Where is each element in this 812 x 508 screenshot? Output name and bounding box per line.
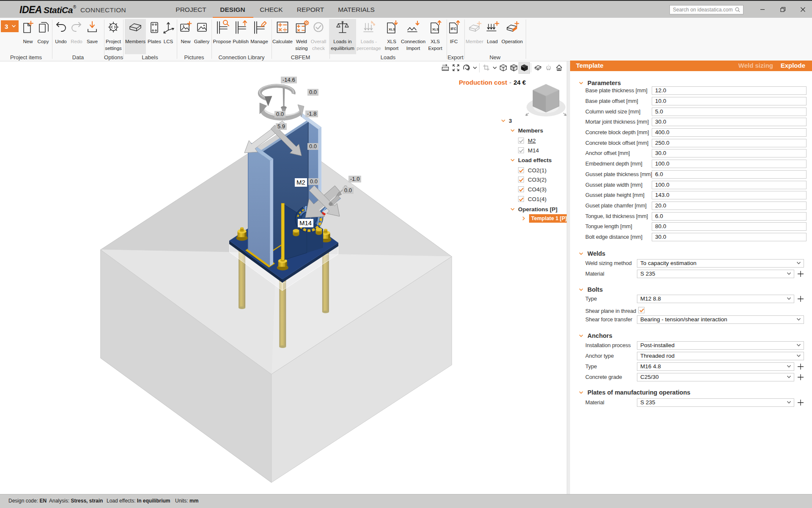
- value-input[interactable]: 100.0: [652, 160, 807, 168]
- tree-group-load-effects[interactable]: Load effects: [510, 155, 552, 165]
- explode-action[interactable]: Explode: [781, 62, 805, 69]
- ribbon-button-loads---percentage[interactable]: Loads - percentage: [354, 19, 384, 54]
- ribbon-button-copy[interactable]: Copy: [34, 19, 52, 54]
- ribbon-button-calculate[interactable]: Calculate: [270, 19, 295, 54]
- tree-item-co-label[interactable]: CO4(3): [528, 186, 546, 193]
- value-input[interactable]: 6.0: [652, 212, 807, 221]
- ribbon-button-operation[interactable]: Operation: [499, 19, 525, 54]
- tree-group-members[interactable]: Members: [510, 126, 543, 135]
- tree-item-m2-label[interactable]: M2: [528, 138, 536, 144]
- ribbon-button-loads-in-equilibrium[interactable]: Loads in equilibrium: [329, 19, 356, 54]
- chevron-down-icon[interactable]: [501, 118, 506, 123]
- menu-tab-check[interactable]: CHECK: [259, 1, 283, 19]
- ribbon-button-overall-check[interactable]: Overall check: [307, 19, 329, 54]
- ribbon-button-lcs[interactable]: LCS: [161, 19, 176, 54]
- panel-section-header[interactable]: Parameters: [579, 79, 621, 87]
- checkbox-checked-disabled[interactable]: [518, 147, 524, 153]
- scene-selector[interactable]: 3: [1, 20, 19, 32]
- mirror-view-icon[interactable]: [543, 63, 554, 73]
- checkbox-checked-disabled[interactable]: [518, 138, 524, 144]
- ribbon-button-project-settings[interactable]: Project settings: [101, 19, 126, 54]
- tree-item-load-0[interactable]: CO2(1): [518, 166, 546, 175]
- chevron-down-icon[interactable]: [491, 63, 498, 73]
- add-item-button[interactable]: [797, 295, 804, 302]
- minimize-button[interactable]: [754, 2, 771, 17]
- dropdown[interactable]: S 235: [637, 398, 794, 407]
- dropdown[interactable]: To capacity estimation: [637, 259, 804, 268]
- ribbon-button-redo[interactable]: Redo: [68, 19, 85, 54]
- ribbon-button-gallery[interactable]: Gallery: [191, 19, 212, 54]
- dropdown[interactable]: Bearing - tension/shear interaction: [637, 315, 804, 324]
- weld-sizing-action[interactable]: Weld sizing: [738, 62, 773, 69]
- menu-tab-design[interactable]: DESIGN: [218, 1, 247, 19]
- chevron-down-icon[interactable]: [472, 63, 478, 73]
- value-input[interactable]: 20.0: [652, 202, 807, 210]
- value-input[interactable]: 5.0: [652, 108, 807, 116]
- value-input[interactable]: 100.0: [652, 181, 807, 189]
- ribbon-button-load[interactable]: Load: [484, 19, 500, 54]
- value-input[interactable]: 6.0: [652, 170, 807, 179]
- tree-item-load-3[interactable]: CO1(4): [518, 194, 546, 204]
- dropdown[interactable]: S 235: [637, 270, 794, 278]
- view-solid-icon[interactable]: [519, 63, 529, 73]
- tree-item-m14-label[interactable]: M14: [528, 147, 539, 154]
- value-input[interactable]: 143.0: [652, 191, 807, 199]
- ribbon-button-member[interactable]: Member: [464, 19, 485, 54]
- checkbox-checked[interactable]: [518, 186, 524, 192]
- chevron-right-icon[interactable]: [521, 216, 526, 221]
- navigation-cube[interactable]: [524, 82, 567, 122]
- menu-tab-report[interactable]: REPORT: [296, 1, 324, 19]
- ribbon-button-ifc[interactable]: IFC IFC: [447, 19, 461, 54]
- value-input[interactable]: 10.0: [652, 97, 807, 105]
- tree-item-load-1[interactable]: CO3(2): [518, 175, 546, 184]
- measure-icon[interactable]: [440, 63, 450, 73]
- ribbon-button-undo[interactable]: Undo: [52, 19, 70, 54]
- tree-item-root[interactable]: 3: [501, 116, 512, 125]
- checkbox-checked[interactable]: [518, 196, 524, 202]
- menu-tab-materials[interactable]: MATERIALS: [336, 1, 376, 19]
- add-item-button[interactable]: [797, 374, 804, 381]
- panel-splitter[interactable]: [567, 61, 570, 494]
- checkbox-checked[interactable]: [518, 177, 524, 182]
- value-input[interactable]: 80.0: [652, 222, 807, 231]
- dropdown[interactable]: M12 8.8: [637, 295, 794, 303]
- view-wireframe-icon[interactable]: [498, 63, 508, 73]
- chevron-down-icon[interactable]: [510, 207, 515, 212]
- add-item-button[interactable]: [797, 363, 804, 370]
- panel-section-header[interactable]: Bolts: [579, 285, 603, 294]
- tree-item-co-label[interactable]: CO1(4): [528, 196, 546, 202]
- ribbon-button-manage[interactable]: Manage: [248, 19, 270, 54]
- tree-item-m2[interactable]: M2: [518, 136, 536, 145]
- view-transparent-icon[interactable]: [508, 63, 519, 73]
- value-input[interactable]: 12.0: [652, 86, 807, 95]
- value-input[interactable]: 400.0: [652, 128, 807, 137]
- panel-section-header[interactable]: Anchors: [579, 331, 612, 340]
- rotate-view-icon[interactable]: [461, 63, 472, 73]
- home-view-icon[interactable]: [554, 63, 564, 73]
- panel-section-header[interactable]: Plates of manufacturing operations: [579, 388, 690, 397]
- value-input[interactable]: 30.0: [652, 118, 807, 126]
- dropdown[interactable]: Threaded rod: [637, 352, 804, 360]
- tree-item-load-2[interactable]: CO4(3): [518, 185, 546, 194]
- panel-section-header[interactable]: Welds: [579, 249, 605, 258]
- scene-label-m2[interactable]: M2: [295, 178, 307, 187]
- search-icon[interactable]: [735, 7, 741, 13]
- tree-group-operations[interactable]: Operations [P]: [510, 204, 557, 214]
- zoom-fit-icon[interactable]: [450, 63, 461, 73]
- ribbon-button-connection-import[interactable]: Connection Import: [398, 19, 429, 54]
- section-crop-icon[interactable]: [481, 63, 491, 73]
- chevron-down-icon[interactable]: [510, 157, 515, 163]
- search-input[interactable]: [670, 7, 735, 13]
- dropdown[interactable]: C25/30: [637, 373, 794, 381]
- tree-item-co-label[interactable]: CO3(2): [528, 177, 546, 183]
- ribbon-button-xls-export[interactable]: XLS XLS Export: [425, 19, 445, 54]
- value-input[interactable]: 30.0: [652, 149, 807, 157]
- scene-label-m14[interactable]: M14: [298, 219, 313, 227]
- dropdown[interactable]: M16 4.8: [637, 362, 794, 371]
- ribbon-button-save[interactable]: Save: [84, 19, 101, 54]
- value-input[interactable]: 250.0: [652, 139, 807, 147]
- tree-item-template1[interactable]: Template 1 [P]: [521, 214, 567, 223]
- tree-item-m14[interactable]: M14: [518, 146, 539, 155]
- menu-tab-project[interactable]: PROJECT: [175, 1, 207, 19]
- checkbox-checked[interactable]: [518, 167, 524, 173]
